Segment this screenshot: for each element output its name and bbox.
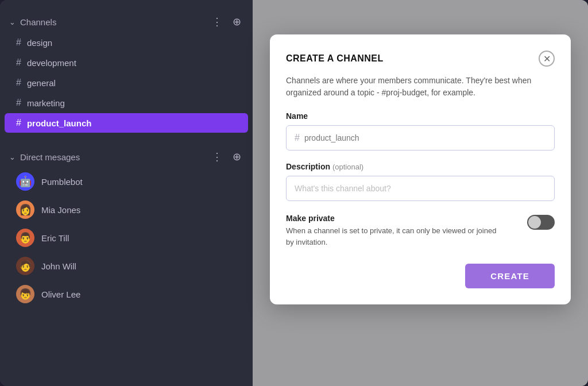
avatar-john-will: 🧑 [16, 257, 34, 275]
modal-header: CREATE A CHANNEL ✕ [286, 51, 555, 67]
channel-name: marketing [27, 98, 65, 108]
make-private-description: When a channel is set to private, it can… [286, 225, 504, 248]
avatar-oliver-lee: 👦 [16, 285, 34, 303]
dm-name: Eric Till [41, 233, 69, 243]
hash-icon: # [16, 118, 21, 128]
channels-chevron-icon: ⌄ [9, 18, 16, 26]
create-button[interactable]: CREATE [465, 264, 555, 288]
dm-item-mia-jones[interactable]: 👩 Mia Jones [5, 196, 248, 223]
dm-more-button[interactable]: ⋮ [210, 150, 224, 164]
make-private-title: Make private [286, 214, 504, 223]
modal-footer: CREATE [286, 264, 555, 288]
sidebar-item-marketing[interactable]: # marketing [5, 93, 248, 113]
hash-icon: # [16, 57, 21, 68]
name-input[interactable] [304, 126, 546, 150]
sidebar-item-development[interactable]: # development [5, 53, 248, 72]
modal-description: Channels are where your members communic… [286, 75, 555, 99]
channel-name: design [27, 38, 52, 48]
hash-icon: # [16, 78, 21, 88]
main-area: CREATE A CHANNEL ✕ Channels are where yo… [253, 0, 588, 386]
dm-list: 🤖 Pumblebot 👩 Mia Jones 👨 Eric Till 🧑 Jo… [0, 168, 253, 308]
name-input-wrapper: # [286, 125, 555, 150]
make-private-toggle[interactable] [527, 215, 555, 230]
description-input[interactable] [286, 176, 555, 201]
name-label: Name [286, 111, 555, 121]
dm-name: Mia Jones [41, 205, 80, 215]
sidebar: ⌄ Channels ⋮ ⊕ # design # development # … [0, 0, 253, 386]
description-label: Description (optional) [286, 162, 555, 171]
dm-name: Pumblebot [41, 177, 83, 187]
dm-name: John Will [41, 261, 76, 271]
channels-more-button[interactable]: ⋮ [210, 15, 224, 29]
sidebar-item-design[interactable]: # design [5, 33, 248, 52]
avatar-mia-jones: 👩 [16, 200, 34, 219]
app-container: ⌄ Channels ⋮ ⊕ # design # development # … [0, 0, 588, 386]
dm-item-john-will[interactable]: 🧑 John Will [5, 252, 248, 280]
dm-item-oliver-lee[interactable]: 👦 Oliver Lee [5, 280, 248, 308]
channel-name: general [27, 78, 56, 88]
channels-section-header: ⌄ Channels ⋮ ⊕ [0, 11, 253, 32]
channels-label: Channels [20, 17, 56, 27]
modal-close-button[interactable]: ✕ [539, 51, 555, 67]
dm-item-pumblebot[interactable]: 🤖 Pumblebot [5, 168, 248, 195]
dm-label: Direct mesages [20, 152, 80, 162]
modal-overlay: CREATE A CHANNEL ✕ Channels are where yo… [253, 0, 588, 386]
dm-chevron-icon: ⌄ [9, 153, 16, 161]
modal-title: CREATE A CHANNEL [286, 53, 384, 64]
channel-list: # design # development # general # marke… [0, 33, 253, 133]
dm-add-button[interactable]: ⊕ [230, 150, 243, 164]
create-channel-modal: CREATE A CHANNEL ✕ Channels are where yo… [270, 34, 571, 304]
optional-label: (optional) [332, 163, 363, 171]
avatar-pumblebot: 🤖 [16, 172, 34, 191]
channels-add-button[interactable]: ⊕ [230, 15, 243, 29]
dm-name: Oliver Lee [41, 290, 80, 299]
avatar-eric-till: 👨 [16, 229, 34, 247]
toggle-knob [528, 216, 541, 229]
make-private-section: Make private When a channel is set to pr… [286, 214, 555, 248]
name-hash-icon: # [295, 133, 300, 143]
dm-item-eric-till[interactable]: 👨 Eric Till [5, 224, 248, 252]
sidebar-item-product-launch[interactable]: # product_launch [5, 113, 248, 133]
sidebar-item-general[interactable]: # general [5, 73, 248, 92]
make-private-text: Make private When a channel is set to pr… [286, 214, 504, 248]
channel-name: development [27, 58, 76, 68]
hash-icon: # [16, 98, 21, 108]
channel-name: product_launch [27, 118, 92, 128]
dm-section-header: ⌄ Direct mesages ⋮ ⊕ [0, 146, 253, 167]
hash-icon: # [16, 37, 21, 48]
